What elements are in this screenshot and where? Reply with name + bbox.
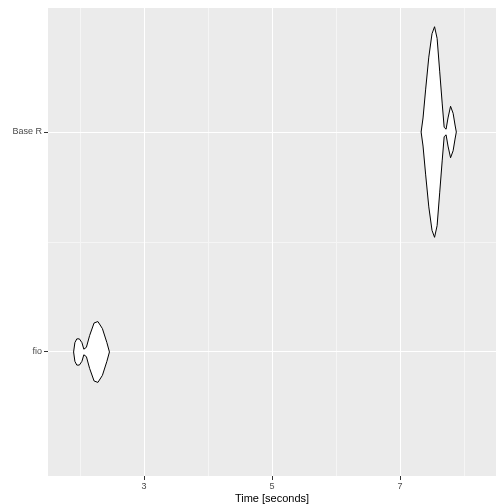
violin-layer <box>0 0 504 504</box>
violin-fio <box>74 322 110 383</box>
violin-base-r <box>421 27 456 238</box>
